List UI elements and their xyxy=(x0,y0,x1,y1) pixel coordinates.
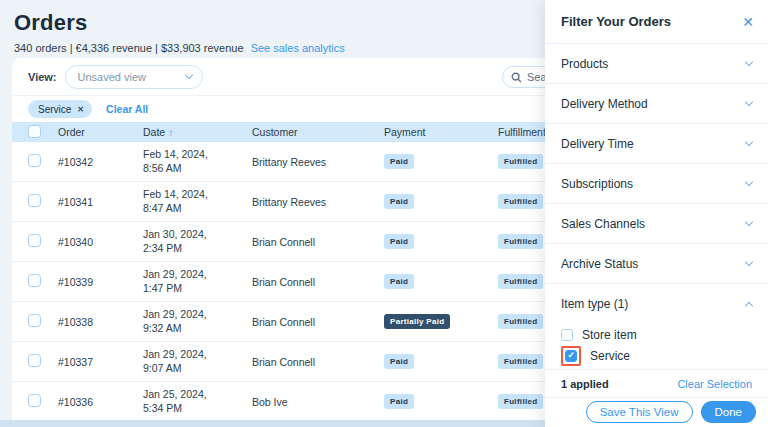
payment-badge: Partially Paid xyxy=(384,314,450,329)
customer-name: Brian Connell xyxy=(252,316,372,328)
filter-section-label: Archive Status xyxy=(561,257,638,271)
payment-badge: Paid xyxy=(384,274,414,289)
chevron-down-icon xyxy=(745,58,753,66)
payment-badge: Paid xyxy=(384,354,414,369)
order-date: Feb 14, 2024, 8:47 AM xyxy=(143,188,252,215)
done-button[interactable]: Done xyxy=(701,401,757,423)
column-header-date[interactable]: Date↑ xyxy=(143,126,252,138)
column-header-date-label: Date xyxy=(143,126,165,138)
stats-text: 340 orders | €4,336 revenue | $33,903 re… xyxy=(14,42,244,54)
view-dropdown[interactable]: Unsaved view xyxy=(65,65,203,89)
chevron-down-icon xyxy=(184,71,192,79)
order-date: Jan 30, 2024, 2:34 PM xyxy=(143,228,252,255)
filter-section-subscriptions[interactable]: Subscriptions xyxy=(545,164,768,204)
customer-name: Bob Ive xyxy=(252,396,372,408)
save-this-view-button[interactable]: Save This View xyxy=(586,401,693,423)
fulfillment-badge: Fulfilled xyxy=(498,194,543,209)
order-number[interactable]: #10340 xyxy=(58,236,143,248)
column-header-order[interactable]: Order xyxy=(58,126,143,138)
order-number[interactable]: #10342 xyxy=(58,156,143,168)
date-line: Jan 29, 2024, xyxy=(143,348,252,362)
row-checkbox[interactable] xyxy=(28,394,41,407)
filter-section-label: Sales Channels xyxy=(561,217,645,231)
date-line: 8:47 AM xyxy=(143,202,252,216)
payment-badge: Paid xyxy=(384,234,414,249)
row-checkbox[interactable] xyxy=(28,314,41,327)
search-icon xyxy=(511,72,522,83)
row-checkbox[interactable] xyxy=(28,154,41,167)
view-dropdown-value: Unsaved view xyxy=(78,71,146,83)
clear-all-link[interactable]: Clear All xyxy=(106,103,148,115)
service-checkbox[interactable]: ✓ xyxy=(565,350,577,362)
filter-panel-header: Filter Your Orders ✕ xyxy=(545,0,768,44)
date-line: 8:56 AM xyxy=(143,162,252,176)
date-line: Jan 29, 2024, xyxy=(143,268,252,282)
fulfillment-badge: Fulfilled xyxy=(498,274,543,289)
date-line: 9:07 AM xyxy=(143,362,252,376)
filter-panel-title: Filter Your Orders xyxy=(561,14,671,29)
fulfillment-badge: Fulfilled xyxy=(498,234,543,249)
order-number[interactable]: #10341 xyxy=(58,196,143,208)
order-number[interactable]: #10336 xyxy=(58,396,143,408)
filter-section-label: Delivery Time xyxy=(561,137,634,151)
date-line: Jan 29, 2024, xyxy=(143,308,252,322)
view-label: View: xyxy=(28,71,57,83)
applied-count: 1 applied xyxy=(561,378,609,390)
store-item-checkbox[interactable] xyxy=(561,329,573,341)
filter-chip-service[interactable]: Service ✕ xyxy=(28,100,92,118)
filter-section-products[interactable]: Products xyxy=(545,44,768,84)
order-date: Jan 29, 2024, 9:07 AM xyxy=(143,348,252,375)
customer-name: Brian Connell xyxy=(252,276,372,288)
date-line: 9:32 AM xyxy=(143,322,252,336)
clear-selection-link[interactable]: Clear Selection xyxy=(677,378,752,390)
customer-name: Brittany Reeves xyxy=(252,156,372,168)
filter-section-delivery-time[interactable]: Delivery Time xyxy=(545,124,768,164)
row-checkbox[interactable] xyxy=(28,234,41,247)
fulfillment-badge: Fulfilled xyxy=(498,354,543,369)
order-number[interactable]: #10339 xyxy=(58,276,143,288)
column-header-customer[interactable]: Customer xyxy=(252,126,372,138)
order-number[interactable]: #10338 xyxy=(58,316,143,328)
chevron-up-icon xyxy=(745,301,753,309)
column-header-payment[interactable]: Payment xyxy=(372,126,486,138)
customer-name: Brittany Reeves xyxy=(252,196,372,208)
filter-panel-footer: Save This View Done xyxy=(545,397,768,426)
filter-section-sales-channels[interactable]: Sales Channels xyxy=(545,204,768,244)
fulfillment-badge: Fulfilled xyxy=(498,154,543,169)
option-store-item[interactable]: Store item xyxy=(545,324,768,345)
option-label: Service xyxy=(590,349,630,363)
filter-section-label: Subscriptions xyxy=(561,177,633,191)
fulfillment-badge: Fulfilled xyxy=(498,394,543,409)
row-checkbox[interactable] xyxy=(28,274,41,287)
order-number[interactable]: #10337 xyxy=(58,356,143,368)
filter-section-delivery-method[interactable]: Delivery Method xyxy=(545,84,768,124)
date-line: Jan 30, 2024, xyxy=(143,228,252,242)
customer-name: Brian Connell xyxy=(252,356,372,368)
order-date: Feb 14, 2024, 8:56 AM xyxy=(143,148,252,175)
sales-analytics-link[interactable]: See sales analytics xyxy=(251,42,345,54)
chevron-down-icon xyxy=(745,218,753,226)
applied-summary-row: 1 applied Clear Selection xyxy=(545,369,768,397)
payment-badge: Paid xyxy=(384,194,414,209)
filter-section-archive-status[interactable]: Archive Status xyxy=(545,244,768,284)
option-service[interactable]: ✓ Service xyxy=(545,345,768,366)
click-highlight: ✓ xyxy=(561,346,581,366)
row-checkbox[interactable] xyxy=(28,194,41,207)
row-checkbox[interactable] xyxy=(28,354,41,367)
date-line: 5:34 PM xyxy=(143,402,252,416)
chevron-down-icon xyxy=(745,138,753,146)
filter-section-item-type[interactable]: Item type (1) xyxy=(545,284,768,324)
order-date: Jan 29, 2024, 9:32 AM xyxy=(143,308,252,335)
sort-asc-icon: ↑ xyxy=(168,127,173,138)
chevron-down-icon xyxy=(745,98,753,106)
option-label: Store item xyxy=(582,328,637,342)
remove-chip-icon[interactable]: ✕ xyxy=(77,105,84,114)
filter-section-label: Products xyxy=(561,57,608,71)
select-all-checkbox[interactable] xyxy=(28,125,41,138)
date-line: 1:47 PM xyxy=(143,282,252,296)
chevron-down-icon xyxy=(745,258,753,266)
close-icon[interactable]: ✕ xyxy=(742,15,754,29)
order-date: Jan 25, 2024, 5:34 PM xyxy=(143,388,252,415)
chevron-down-icon xyxy=(745,178,753,186)
date-line: 2:34 PM xyxy=(143,242,252,256)
